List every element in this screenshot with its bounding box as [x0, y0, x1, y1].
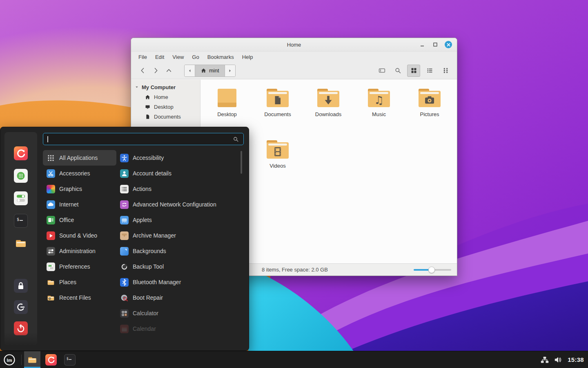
- list-view-button[interactable]: [423, 65, 436, 77]
- app-accessibility[interactable]: Accessibility: [116, 150, 244, 166]
- menubar-item-edit[interactable]: Edit: [151, 53, 168, 61]
- file-label: Pictures: [420, 111, 439, 117]
- maximize-button[interactable]: [432, 41, 439, 48]
- breadcrumb-back-icon[interactable]: [185, 65, 195, 76]
- menu-button[interactable]: lm: [0, 351, 19, 368]
- file-label: Music: [372, 111, 386, 117]
- taskbar-item-files[interactable]: [24, 351, 40, 368]
- status-text: 8 items, Free space: 2.0 GB: [262, 267, 328, 273]
- titlebar[interactable]: Home: [131, 38, 457, 52]
- volume-icon[interactable]: [554, 356, 562, 364]
- menubar-item-file[interactable]: File: [134, 53, 151, 61]
- up-button[interactable]: [162, 65, 175, 77]
- category-label: Sound & Video: [59, 232, 97, 239]
- folder-doc-icon: [265, 87, 291, 109]
- menubar-item-help[interactable]: Help: [238, 53, 257, 61]
- sidebar-item-desktop[interactable]: Desktop: [131, 102, 200, 112]
- calendar-icon: [120, 324, 129, 333]
- sidebar-root-label: My Computer: [142, 84, 176, 90]
- compact-view-button[interactable]: [439, 65, 452, 77]
- files-button[interactable]: [4, 232, 37, 254]
- edit-location-button[interactable]: [375, 65, 388, 77]
- network-icon[interactable]: [541, 356, 549, 364]
- app-label: Applets: [133, 217, 152, 223]
- app-archive-manager[interactable]: Archive Manager: [116, 228, 244, 243]
- search-input[interactable]: [49, 136, 233, 142]
- category-office[interactable]: Office: [43, 212, 116, 228]
- files-folder-icon: [14, 236, 28, 250]
- applets-icon: [120, 215, 129, 224]
- folder-music-icon: ♫: [366, 87, 392, 109]
- firefox-button[interactable]: [4, 142, 37, 164]
- menubar-item-go[interactable]: Go: [188, 53, 203, 61]
- app-calendar[interactable]: Calendar: [116, 321, 244, 337]
- breadcrumb: mint: [184, 65, 236, 77]
- sidebar-item-home[interactable]: Home: [131, 92, 200, 102]
- menubar-item-view[interactable]: View: [168, 53, 188, 61]
- apps-grid-icon: [46, 153, 55, 162]
- category-internet[interactable]: Internet: [43, 197, 116, 212]
- menubar-item-bookmarks[interactable]: Bookmarks: [203, 53, 238, 61]
- category-preferences[interactable]: Preferences: [43, 259, 116, 274]
- app-advanced-network-configuration[interactable]: Advanced Network Configuration: [116, 197, 244, 212]
- category-administration[interactable]: Administration: [43, 243, 116, 259]
- taskbar-item-firefox[interactable]: [43, 351, 59, 368]
- file-videos[interactable]: Videos: [252, 137, 303, 188]
- category-sound-video[interactable]: Sound & Video: [43, 228, 116, 243]
- lock-screen-button[interactable]: [4, 275, 37, 296]
- terminal-icon: $: [64, 354, 76, 366]
- boot-repair-icon: [120, 293, 129, 302]
- sidebar-item-documents[interactable]: Documents: [131, 112, 200, 121]
- category-accessories[interactable]: Accessories: [43, 166, 116, 181]
- app-bluetooth-manager[interactable]: Bluetooth Manager: [116, 274, 244, 290]
- clock[interactable]: 15:38: [568, 356, 584, 363]
- app-actions[interactable]: Actions: [116, 181, 244, 197]
- actions-icon: [120, 184, 129, 193]
- search-button[interactable]: [391, 65, 404, 77]
- breadcrumb-current[interactable]: mint: [195, 65, 225, 76]
- app-account-details[interactable]: Account details: [116, 166, 244, 181]
- app-backup-tool[interactable]: Backup Tool: [116, 259, 244, 274]
- shutdown-button[interactable]: [4, 318, 37, 339]
- system-settings-button[interactable]: [4, 187, 37, 209]
- logout-button[interactable]: [4, 296, 37, 318]
- app-applets[interactable]: Applets: [116, 212, 244, 228]
- terminal-button[interactable]: $: [4, 209, 37, 232]
- backup-icon: [120, 262, 129, 271]
- minimize-button[interactable]: [419, 41, 426, 48]
- category-recent-files[interactable]: Recent Files: [43, 290, 116, 305]
- firefox-icon: [45, 354, 57, 366]
- zoom-slider[interactable]: [414, 267, 451, 273]
- app-label: Actions: [133, 186, 151, 192]
- file-music[interactable]: ♫Music: [354, 85, 404, 137]
- app-label: Account details: [133, 170, 172, 177]
- window-controls: [419, 38, 452, 51]
- forward-button[interactable]: [149, 65, 162, 77]
- slider-knob[interactable]: [428, 267, 435, 273]
- breadcrumb-label: mint: [209, 67, 219, 74]
- app-backgrounds[interactable]: Backgrounds: [116, 243, 244, 259]
- svg-text:$: $: [67, 357, 69, 361]
- taskbar-item-terminal[interactable]: $: [62, 351, 78, 368]
- category-label: Accessories: [59, 170, 90, 177]
- category-places[interactable]: Places: [43, 274, 116, 290]
- category-label: Places: [59, 279, 76, 285]
- monitor-icon: [145, 104, 151, 110]
- grid-view-button[interactable]: [407, 65, 420, 77]
- sidebar-root[interactable]: My Computer: [131, 83, 200, 92]
- breadcrumb-forward-icon[interactable]: [225, 65, 235, 76]
- sidebar-item-label: Home: [154, 94, 168, 100]
- app-calculator[interactable]: Calculator: [116, 305, 244, 321]
- file-downloads[interactable]: Downloads: [303, 85, 354, 137]
- file-pictures[interactable]: Pictures: [404, 85, 455, 137]
- search-box[interactable]: [43, 133, 244, 145]
- scrollbar-thumb[interactable]: [241, 151, 242, 174]
- category-graphics[interactable]: Graphics: [43, 181, 116, 197]
- software-manager-button[interactable]: [4, 164, 37, 187]
- file-label: Documents: [264, 111, 291, 117]
- close-button[interactable]: [445, 41, 452, 48]
- file-documents[interactable]: Documents: [252, 85, 303, 137]
- app-boot-repair[interactable]: Boot Repair: [116, 290, 244, 305]
- back-button[interactable]: [136, 65, 149, 77]
- category-all-applications[interactable]: All Applications: [43, 150, 116, 166]
